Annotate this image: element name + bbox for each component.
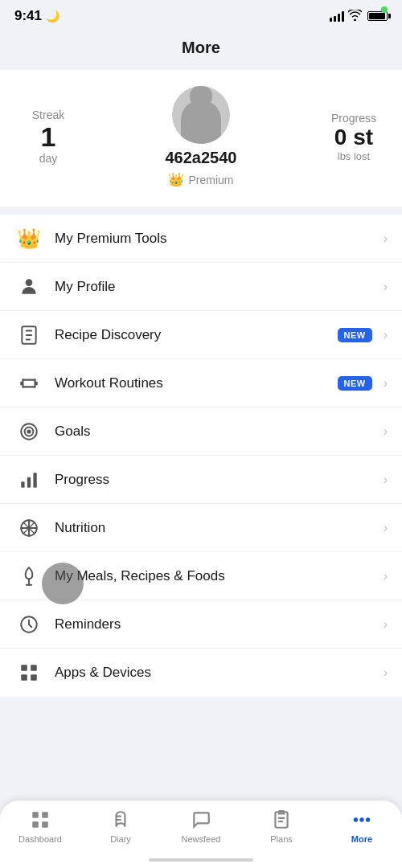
nutrition-icon: [14, 514, 43, 542]
bottom-nav: Dashboard Diary Newsfeed Plans More: [0, 800, 402, 868]
menu-label-premium-tools: My Premium Tools: [55, 231, 380, 247]
menu-item-workout-routines[interactable]: Workout Routines NEW ›: [0, 359, 402, 407]
svg-rect-12: [33, 473, 36, 487]
svg-point-32: [366, 817, 370, 821]
nav-icon-plans: [270, 809, 293, 831]
new-badge-recipe-discovery: NEW: [338, 328, 372, 342]
progress-icon: [14, 465, 43, 494]
signal-icon: [330, 10, 344, 22]
menu-label-workout-routines: Workout Routines: [55, 375, 338, 391]
chevron-workout-routines: ›: [384, 376, 388, 391]
nav-label-dashboard: Dashboard: [18, 834, 62, 844]
svg-rect-23: [32, 821, 39, 828]
progress-stat-number: 0 st: [322, 126, 386, 149]
nav-item-diary[interactable]: Diary: [88, 809, 153, 844]
menu-item-apps-devices[interactable]: Apps & Devices ›: [0, 649, 402, 697]
svg-rect-17: [21, 665, 27, 671]
menu-section: 👑 My Premium Tools › My Profile › Recipe…: [0, 215, 402, 697]
menu-label-reminders: Reminders: [55, 616, 380, 633]
recipe-icon: [14, 321, 43, 350]
workout-icon: [14, 369, 43, 398]
svg-rect-24: [42, 821, 48, 828]
chevron-nutrition: ›: [384, 521, 388, 535]
nav-label-newsfeed: Newsfeed: [182, 834, 221, 844]
svg-point-30: [354, 817, 358, 821]
nav-label-diary: Diary: [110, 834, 131, 844]
page-header: More: [0, 29, 402, 70]
menu-label-my-meals: My Meals, Recipes & Foods: [55, 568, 380, 584]
progress-block: Progress 0 st lbs lost: [322, 112, 386, 162]
progress-stat-unit: lbs lost: [322, 150, 386, 162]
streak-unit: day: [16, 152, 80, 165]
svg-rect-18: [31, 665, 37, 671]
wifi-icon: [348, 10, 362, 23]
status-time: 9:41: [14, 8, 42, 24]
nav-icon-newsfeed: [190, 809, 212, 831]
profile-center[interactable]: 462a2540 👑 Premium: [166, 86, 237, 187]
status-icons: [330, 10, 388, 23]
chevron-reminders: ›: [384, 617, 388, 632]
progress-stat-label: Progress: [322, 112, 386, 125]
chevron-my-profile: ›: [384, 280, 388, 294]
menu-label-recipe-discovery: Recipe Discovery: [55, 327, 338, 343]
premium-label: Premium: [188, 174, 233, 186]
menu-item-nutrition[interactable]: Nutrition ›: [0, 504, 402, 552]
svg-rect-19: [21, 674, 27, 681]
chevron-progress: ›: [384, 473, 388, 487]
menu-label-nutrition: Nutrition: [55, 520, 380, 536]
premium-badge: 👑 Premium: [168, 172, 233, 187]
svg-rect-21: [32, 812, 39, 818]
streak-block: Streak 1 day: [16, 108, 80, 165]
streak-label: Streak: [16, 108, 80, 121]
new-badge-workout-routines: NEW: [338, 376, 372, 391]
nav-icon-diary: [109, 809, 132, 831]
page-title: More: [182, 39, 220, 56]
svg-point-0: [26, 279, 33, 286]
meals-icon: [14, 562, 43, 591]
nav-item-plans[interactable]: Plans: [249, 809, 314, 844]
chevron-my-meals: ›: [384, 569, 388, 583]
profile-section: Streak 1 day 462a2540 👑 Premium Progress…: [0, 70, 402, 207]
svg-point-9: [27, 430, 30, 432]
nav-label-plans: Plans: [270, 834, 293, 844]
menu-label-goals: Goals: [55, 424, 380, 440]
profile-username: 462a2540: [166, 149, 237, 167]
menu-item-my-meals[interactable]: My Meals, Recipes & Foods ›: [0, 552, 402, 600]
menu-label-apps-devices: Apps & Devices: [55, 665, 380, 681]
streak-number: 1: [16, 123, 80, 150]
menu-label-my-profile: My Profile: [55, 279, 380, 295]
menu-item-reminders[interactable]: Reminders ›: [0, 600, 402, 649]
chevron-premium-tools: ›: [384, 231, 388, 246]
nav-icon-dashboard: [29, 809, 51, 831]
menu-item-recipe-discovery[interactable]: Recipe Discovery NEW ›: [0, 311, 402, 359]
svg-rect-6: [35, 381, 38, 384]
crown-icon: 👑: [14, 224, 43, 253]
moon-icon: 🌙: [46, 10, 59, 23]
nav-item-more[interactable]: More: [330, 809, 394, 844]
svg-rect-10: [21, 481, 24, 488]
nav-label-more: More: [351, 834, 372, 844]
menu-label-progress: Progress: [55, 472, 380, 488]
nav-icon-more: [351, 809, 373, 831]
svg-rect-5: [20, 381, 23, 384]
chevron-goals: ›: [384, 424, 388, 439]
nav-item-dashboard[interactable]: Dashboard: [8, 809, 72, 844]
home-indicator: [149, 858, 253, 862]
crown-badge-icon: 👑: [168, 172, 184, 187]
svg-point-31: [359, 817, 363, 821]
menu-item-premium-tools[interactable]: 👑 My Premium Tools ›: [0, 215, 402, 263]
avatar: [172, 86, 230, 144]
svg-rect-22: [42, 812, 48, 818]
nav-item-newsfeed[interactable]: Newsfeed: [169, 809, 233, 844]
green-dot: [381, 6, 388, 13]
menu-item-goals[interactable]: Goals ›: [0, 407, 402, 456]
svg-rect-20: [31, 674, 37, 681]
reminders-icon: [14, 610, 43, 639]
person-icon: [14, 272, 43, 301]
menu-item-progress[interactable]: Progress ›: [0, 456, 402, 504]
apps-icon: [14, 658, 43, 687]
menu-item-my-profile[interactable]: My Profile ›: [0, 263, 402, 311]
svg-rect-11: [27, 477, 31, 487]
chevron-recipe-discovery: ›: [384, 328, 388, 342]
chevron-apps-devices: ›: [384, 665, 388, 680]
